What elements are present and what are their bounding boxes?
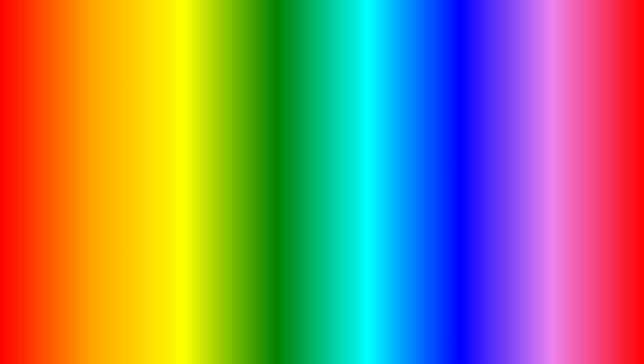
race-icon-toolbar: 🎯 ⊞ 😊 🛒 ⊟ 👤 xyxy=(300,182,456,195)
select-mode-label: Select Mode Farm : Level Farm xyxy=(43,178,99,183)
sea-beasts-body: 🌊 | Auto Sea Beast 🌊 | Auto Sea Beast Ho… xyxy=(113,182,219,215)
mirage-icon-2: 🌊 xyxy=(287,210,297,219)
auto-rabbit-btn[interactable]: Auto Complete Rabbit Trial xyxy=(379,136,451,145)
race-face-icon[interactable]: 😊 xyxy=(326,185,334,192)
health-bar-fill xyxy=(39,140,190,142)
bell-label: Bell : 60756374 xyxy=(39,154,190,158)
race-section-headers: Race V4 Auto Trials xyxy=(300,109,456,120)
logo-container: 💀 ⚓ BL🔴X FRUITS xyxy=(528,302,628,337)
moon-icon: 🌕 xyxy=(287,178,293,183)
race-zen-z: Z xyxy=(303,101,309,106)
sea-beast-icon-1: 🌊 xyxy=(117,185,128,196)
title-blox: BLOX xyxy=(115,6,274,66)
mirage-icon-3: 🌊 xyxy=(287,224,297,233)
sea-beasts-title-left: \\ Sea Beasts // xyxy=(116,175,144,180)
teleport-safe-zone-btn[interactable]: Teleport To Safe Zone When Pvp (Must Be … xyxy=(304,149,375,161)
auto-sea-beast-left: 🌊 | Auto Sea Beast xyxy=(117,185,167,196)
fragments-label: Fragments : 18626 xyxy=(39,158,190,163)
race-layout-icon[interactable]: ⊟ xyxy=(350,185,355,192)
race-titlebar: Z ZEN HUB | BLOX FRUIT ⊕ ✕ xyxy=(300,98,456,109)
race-col-left: Teleport To Top Of GreatTree Teleport To… xyxy=(304,122,377,179)
race-v4-header: Race V4 xyxy=(332,112,349,117)
background-scene: BLOX FRUITS 🥷 Z ZEN HUB | BLOX FRUIT ⊕ ✕… xyxy=(3,3,641,361)
person-icon[interactable]: 👤 xyxy=(90,221,97,229)
race-cart-icon[interactable]: 🛒 xyxy=(338,185,346,192)
main-window-titlebar: Z ZEN HUB | BLOX FRUIT ⊕ ✕ xyxy=(35,98,194,109)
logo-wheel-icon: ⚓ xyxy=(552,313,567,327)
chart-icon[interactable]: 📊 xyxy=(77,221,85,229)
auto-trials-header: Auto Trials xyxy=(403,112,424,117)
main-window-title-left: Z ZEN HUB | BLOX FRUIT xyxy=(38,101,91,106)
auto-sea-beast-hop-row: 🌊 | Auto Sea Beast Hop xyxy=(113,199,219,215)
auto-mirage-hop-left: 🌊 | Auto Mirage Island [HOP] xyxy=(287,210,351,219)
race-target-icon[interactable]: 🎯 xyxy=(305,185,312,192)
auto-sea-beast-row: 🌊 | Auto Sea Beast xyxy=(113,182,219,199)
health-label: Health : 12345/12345 xyxy=(39,135,190,139)
auto-sea-beast-hop-checkbox[interactable] xyxy=(209,204,215,210)
auto-mirage-label: Auto Mirage Island xyxy=(306,199,339,203)
race-discord-icon[interactable]: ⊕ xyxy=(442,100,446,107)
auto-sea-beast-label: Auto Sea Beast xyxy=(137,188,167,193)
stamina-bar-row: Stamina : 12345/12345 xyxy=(39,144,190,152)
chest-icon[interactable]: 🧰 xyxy=(39,221,47,229)
race-col-right: Auto Complete Angel Trial Auto Complete … xyxy=(379,122,452,179)
logo-blox-text: BL🔴X xyxy=(565,302,628,320)
race-grid-icon[interactable]: ⊞ xyxy=(317,185,322,192)
mirage-person-icon: 👤 xyxy=(287,187,292,192)
currency-row: Bell : 60756374 Fragments : 18626 Bounty… xyxy=(39,154,190,168)
logo-fruits-text: FRUITS xyxy=(565,320,628,337)
stamina-label: Stamina : 12345/12345 xyxy=(39,144,190,148)
teleport-gear-label: Teleport To Gear xyxy=(306,226,335,231)
main-title: BLOX FRUITS xyxy=(3,9,641,63)
race-window-controls: ⊕ ✕ xyxy=(442,100,453,107)
auto-mirage-hop-row: 🌊 | Auto Mirage Island [HOP] xyxy=(283,208,399,222)
bottom-pastebin: PASTEBIN xyxy=(410,328,530,352)
sea-beast-icon-2: 🌊 xyxy=(117,201,128,212)
sea-beasts-header: \\ Sea Beasts // xyxy=(116,175,144,180)
race-close-button[interactable]: ✕ xyxy=(449,101,453,106)
race-person-icon[interactable]: 👤 xyxy=(360,185,367,192)
sea-beasts-window: \\ Sea Beasts // 🌊 | Auto Sea Beast 🌊 | … xyxy=(113,173,220,215)
mirage-icon-1: 🌊 xyxy=(287,196,297,206)
gear-icon[interactable]: ⚙️ xyxy=(52,221,59,229)
logo-circle: 💀 ⚓ xyxy=(528,303,562,336)
health-bar-track xyxy=(39,140,190,142)
race-window-title: ZEN HUB | BLOX FRUIT xyxy=(311,101,356,106)
auto-angel-btn[interactable]: Auto Complete Angel Trial xyxy=(379,124,451,132)
bounty-label: Bounty : 1392193 xyxy=(39,163,190,168)
bottom-farm: FARM xyxy=(215,320,309,353)
sea-beasts-titlebar: \\ Sea Beasts // xyxy=(113,173,219,182)
stamina-bar-fill xyxy=(39,149,190,152)
teleport-great-tree-btn[interactable]: Teleport To Top Of GreatTree xyxy=(304,124,375,132)
auto-mirage-hop-label: Auto Mirage Island [HOP] xyxy=(306,212,351,217)
auto-mirage-checkbox[interactable] xyxy=(389,198,395,204)
auto-mirage-hop-checkbox[interactable] xyxy=(389,212,395,218)
main-window-title: ZEN HUB | BLOX FRUIT xyxy=(46,101,91,106)
teleport-gear-checkbox[interactable] xyxy=(389,225,395,231)
auto-sea-beast-hop-left: 🌊 | Auto Sea Beast Hop xyxy=(117,201,176,212)
teleport-pvp-zone-btn[interactable]: Teleport Pvp Zone (Must Be in Temple Of … xyxy=(304,165,375,178)
auto-sea-beast-checkbox[interactable] xyxy=(209,187,215,193)
discord-icon[interactable]: ⊕ xyxy=(180,100,184,107)
select-weapon-label: Select Weapon : Melee xyxy=(43,189,84,194)
race-columns: Teleport To Top Of GreatTree Teleport To… xyxy=(300,120,456,182)
main-window-controls: ⊕ ✕ xyxy=(180,100,191,107)
logo-text: BL🔴X FRUITS xyxy=(565,302,628,337)
blox-fruits-logo: 💀 ⚓ BL🔴X FRUITS xyxy=(541,298,615,341)
race-title-left: Z ZEN HUB | BLOX FRUIT xyxy=(303,101,356,106)
teleport-gear-left: 🌊 | Teleport To Gear xyxy=(287,224,335,233)
main-icon-toolbar: 🧰 ⚙️ ⚔️ 📊 👤 xyxy=(35,218,194,231)
health-bar-row: Health : 12345/12345 xyxy=(39,135,190,142)
username: XxArSendxX (Sky) xyxy=(63,120,103,125)
auto-mirage-left: 🌊 | Auto Mirage Island xyxy=(287,196,339,206)
bottom-script: SCRIPT xyxy=(316,328,404,352)
race-window: Z ZEN HUB | BLOX FRUIT ⊕ ✕ Race V4 Auto … xyxy=(300,98,456,195)
close-button[interactable]: ✕ xyxy=(187,101,191,106)
auto-mirage-row: 🌊 | Auto Mirage Island xyxy=(283,194,399,208)
select-farm-method-label: Select Farm Method : Upper xyxy=(43,200,93,204)
teleport-temple-btn[interactable]: Teleport To Timple Of Time xyxy=(304,136,375,145)
teleport-gear-row: 🌊 | Teleport To Gear xyxy=(283,222,399,235)
auto-cyborg-btn[interactable]: Auto Complete Cyborg xyxy=(379,149,451,158)
sword-icon[interactable]: ⚔️ xyxy=(65,221,72,229)
title-fruits: FRUITS xyxy=(320,6,529,66)
